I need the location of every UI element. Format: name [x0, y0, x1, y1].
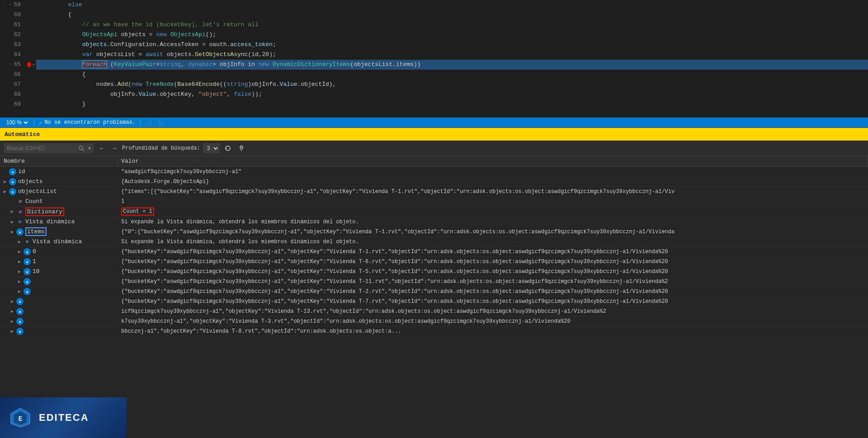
table-row-dynamic-view-1[interactable]: ▶⊕Vista dinámicaSi expande la Vista diná…	[0, 217, 868, 227]
code-line-69: 69 }	[0, 99, 868, 109]
search-btn[interactable]	[76, 145, 86, 151]
nav-next-btn[interactable]: →	[109, 144, 119, 153]
depth-label: Profundidad de búsqueda:	[122, 145, 200, 151]
expand-btn-id[interactable]	[2, 169, 8, 175]
table-row-id[interactable]: ◉id"aswdgicf9qzcimgck7suy39xybbccznj-a1"	[0, 167, 868, 177]
expand-btn-idx4[interactable]: ▶	[9, 298, 15, 305]
cell-value-objectsList: {"items":[{"bucketKey":"aswdgicf9qzcimgc…	[118, 187, 868, 196]
breakpoint-area-64	[27, 50, 36, 60]
code-line-63: 63 objects.Configuration.AccessToken = o…	[0, 40, 868, 50]
zoom-control[interactable]: 100 %	[5, 119, 29, 126]
table-row-idx6[interactable]: ▶◉k7suy39xybbccznj-a1","objectKey":"Vivi…	[0, 316, 868, 326]
table-row-idx4[interactable]: ▶◉{"bucketKey":"aswdgicf9qzcimgck7suy39x…	[0, 297, 868, 306]
code-line-64: 64 var objectsList = await objects.GetOb…	[0, 50, 868, 60]
svg-point-0	[79, 146, 83, 150]
obj-icon-idx0: ◉	[24, 248, 31, 255]
cell-name-idx6: ▶◉	[0, 316, 118, 326]
cell-name-idx2: ▶◉	[0, 277, 118, 286]
expand-btn-idx0[interactable]: ▶	[16, 249, 23, 255]
dictionary-redbox: Dictionary	[25, 207, 64, 216]
name-text-dynamic-view-2: Vista dinámica	[33, 238, 82, 245]
expand-btn-dictionary[interactable]: ▶	[9, 208, 15, 215]
collapse-icon-65[interactable]: −	[7, 62, 13, 67]
expand-btn-count[interactable]	[9, 198, 15, 205]
cell-value-idx6: k7suy39xybbccznj-a1","objectKey":"Vivien…	[118, 316, 868, 326]
line-gutter-68: 68	[0, 89, 27, 99]
col-name-header[interactable]: Nombre	[0, 156, 118, 166]
code-content-66: {	[36, 70, 868, 80]
line-gutter-64: 64	[0, 50, 27, 60]
debug-panel-title: Automático	[0, 128, 868, 141]
expand-btn-idx2[interactable]: ▶	[16, 278, 23, 285]
expand-btn-objectsList[interactable]: ▶	[2, 188, 8, 195]
breakpoint-65[interactable]	[27, 62, 31, 67]
breakpoint-area-63	[27, 40, 36, 50]
table-row-idx3[interactable]: ▶◉{"bucketKey":"aswdgicf9qzcimgck7suy39x…	[0, 287, 868, 297]
expand-btn-dynamic-view-2[interactable]: ▶	[16, 239, 23, 245]
status-text: No se encontraron problemas.	[44, 119, 136, 126]
breakpoint-area-59	[27, 0, 36, 10]
table-row-dictionary[interactable]: ▶⚙DictionaryCount = 1	[0, 207, 868, 217]
cell-value-idx7: bbccznj-a1","objectKey":"Vivienda T-8.rv…	[118, 326, 868, 336]
search-dropdown-btn[interactable]: ▾	[86, 145, 93, 151]
obj-icon-idx3: ◉	[24, 288, 31, 295]
code-content-67: nodes.Add(new TreeNode(Base64Encode((str…	[36, 80, 868, 89]
obj-icon-objectsList: ◉	[9, 188, 16, 195]
zoom-select[interactable]: 100 %	[5, 119, 29, 126]
depth-select[interactable]: 3 1 2 4 5	[203, 143, 220, 153]
refresh-btn[interactable]	[222, 143, 233, 153]
expand-btn-idx3[interactable]: ▶	[16, 288, 23, 295]
cell-value-idx2: {"bucketKey":"aswdgicf9qzcimgck7suy39xyb…	[118, 277, 868, 286]
table-row-idx5[interactable]: ▶◉icf9qzcimgck7suy39xybbccznj-a1","objec…	[0, 306, 868, 316]
prop-icon-dictionary: ⚙	[16, 208, 24, 215]
table-row-count[interactable]: ⚙Count1	[0, 197, 868, 207]
search-input[interactable]	[4, 145, 76, 151]
cell-name-id: ◉id	[0, 167, 118, 176]
expand-btn-idx5[interactable]: ▶	[9, 308, 15, 315]
search-box[interactable]: ▾	[4, 143, 94, 153]
table-row-objects[interactable]: ▶◉objects{Autodesk.Forge.ObjectsApi}	[0, 177, 868, 187]
table-row-objectsList[interactable]: ▶◉objectsList{"items":[{"bucketKey":"asw…	[0, 187, 868, 197]
nav-fwd-btn[interactable]: ▷	[157, 118, 165, 127]
svg-line-1	[83, 149, 85, 151]
dynamic-icon-dynamic-view-1: ⊕	[16, 218, 24, 226]
expand-btn-dynamic-view-1[interactable]: ▶	[9, 219, 15, 225]
expand-btn-idx6[interactable]: ▶	[9, 318, 15, 325]
code-content-61: // as we have the id (bucketKey), let's …	[36, 20, 868, 30]
status-message: ✓ No se encontraron problemas.	[39, 119, 136, 127]
table-row-idx0[interactable]: ▶◉0{"bucketKey":"aswdgicf9qzcimgck7suy39…	[0, 247, 868, 257]
prop-icon-count: ⚙	[16, 198, 24, 205]
code-line-67: 67 nodes.Add(new TreeNode(Base64Encode((…	[0, 80, 868, 89]
table-row-idx1[interactable]: ▶◉1{"bucketKey":"aswdgicf9qzcimgck7suy39…	[0, 257, 868, 267]
nav-back-btn[interactable]: ◁	[145, 118, 153, 127]
table-row-items[interactable]: ▶◉items{"0":{"bucketKey":"aswdgicf9qzcim…	[0, 227, 868, 237]
expand-btn-items[interactable]: ▶	[9, 229, 15, 235]
table-row-dynamic-view-2[interactable]: ▶⊕Vista dinámicaSi expande la Vista diná…	[0, 237, 868, 247]
table-row-idx7[interactable]: ▶◉bbccznj-a1","objectKey":"Vivienda T-8.…	[0, 326, 868, 336]
expand-btn-objects[interactable]: ▶	[2, 179, 8, 185]
collapse-icon-59[interactable]: −	[7, 2, 13, 8]
expand-btn-idx7[interactable]: ▶	[9, 328, 15, 334]
code-content-62: ObjectsApi objects = new ObjectsApi();	[36, 30, 868, 40]
obj-icon-idx1: ◉	[24, 258, 31, 265]
line-gutter-66: 66	[0, 70, 27, 80]
pin-btn[interactable]	[236, 143, 247, 153]
col-value-header[interactable]: Valor	[118, 156, 868, 166]
cell-name-dynamic-view-2: ▶⊕Vista dinámica	[0, 237, 118, 246]
code-line-61: 61 // as we have the id (bucketKey), let…	[0, 20, 868, 30]
breakpoint-area-60	[27, 10, 36, 20]
name-text-idx1: 1	[33, 258, 36, 265]
line-gutter-63: 63	[0, 40, 27, 50]
line-gutter-59: −59	[0, 0, 27, 10]
code-content-69: }	[36, 99, 868, 109]
cell-name-idx4: ▶◉	[0, 297, 118, 306]
nav-prev-btn[interactable]: ←	[97, 144, 107, 153]
expand-btn-idx10[interactable]: ▶	[16, 268, 23, 275]
cell-name-objects: ▶◉objects	[0, 177, 118, 186]
table-row-idx10[interactable]: ▶◉10{"bucketKey":"aswdgicf9qzcimgck7suy3…	[0, 267, 868, 277]
expand-btn-idx1[interactable]: ▶	[16, 259, 23, 265]
table-row-idx2[interactable]: ▶◉{"bucketKey":"aswdgicf9qzcimgck7suy39x…	[0, 277, 868, 287]
table-header: Nombre Valor	[0, 156, 868, 167]
debug-panel: Automático ▾ ← → Profundidad de búsqueda…	[0, 127, 868, 438]
code-content-59: else	[36, 0, 868, 10]
